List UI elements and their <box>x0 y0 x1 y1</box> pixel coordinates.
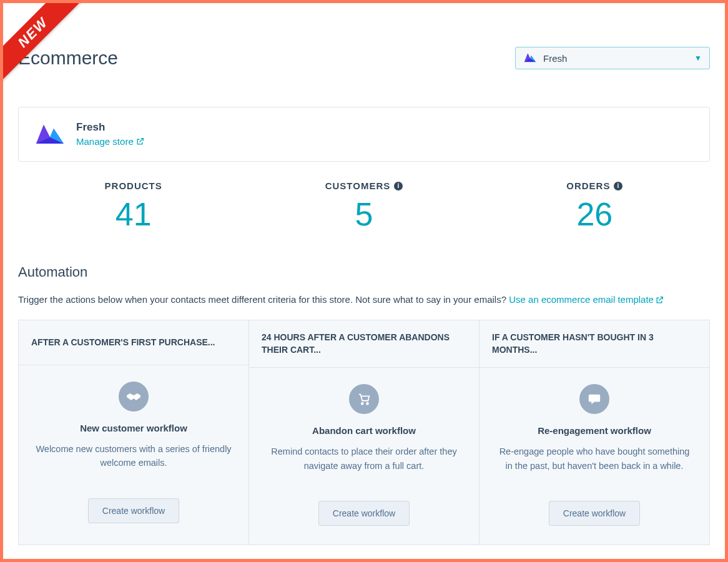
workflow-card-header: IF A CUSTOMER HASN'T BOUGHT IN 3 MONTHS.… <box>480 320 709 368</box>
metric-products-value: 41 <box>18 195 248 233</box>
svg-point-0 <box>362 403 363 405</box>
store-dropdown-label: Fresh <box>543 53 694 64</box>
workflow-name: Abandon cart workflow <box>312 425 416 436</box>
ecommerce-template-link-label: Use an ecommerce email template <box>509 294 654 305</box>
metric-customers: CUSTOMERS i 5 <box>248 180 479 233</box>
automation-subtitle: Trigger the actions below when your cont… <box>18 294 710 305</box>
workflow-cards: AFTER A CUSTOMER'S FIRST PURCHASE... New… <box>18 320 710 545</box>
workflow-card-header: 24 HOURS AFTER A CUSTOMER ABANDONS THEIR… <box>249 320 479 368</box>
external-link-icon <box>136 137 144 145</box>
page-title: Ecommerce <box>18 47 118 69</box>
metric-orders-label: ORDERS <box>566 180 610 191</box>
workflow-name: New customer workflow <box>80 423 187 433</box>
workflow-card-re-engagement: IF A CUSTOMER HASN'T BOUGHT IN 3 MONTHS.… <box>480 320 709 545</box>
metric-customers-value: 5 <box>248 195 479 233</box>
workflow-card-new-customer: AFTER A CUSTOMER'S FIRST PURCHASE... New… <box>19 320 249 545</box>
external-link-icon <box>656 296 664 304</box>
workflow-name: Re-engagement workflow <box>538 425 651 436</box>
svg-point-1 <box>366 403 368 405</box>
create-workflow-button[interactable]: Create workflow <box>549 501 640 526</box>
store-logo-icon <box>35 122 65 146</box>
create-workflow-button[interactable]: Create workflow <box>318 501 410 526</box>
workflow-description: Remind contacts to place their order aft… <box>264 445 464 485</box>
info-icon[interactable]: i <box>614 182 622 190</box>
ecommerce-template-link[interactable]: Use an ecommerce email template <box>509 294 664 305</box>
workflow-description: Welcome new customers with a series of f… <box>34 442 234 482</box>
store-card: Fresh Manage store <box>18 107 710 162</box>
store-logo-icon <box>523 51 537 65</box>
metrics-row: PRODUCTS 41 CUSTOMERS i 5 ORDERS i 26 <box>18 180 710 233</box>
workflow-description: Re-engage people who have bought somethi… <box>494 445 694 485</box>
metric-orders: ORDERS i 26 <box>480 180 710 233</box>
handshake-icon <box>119 382 149 412</box>
workflow-card-abandon-cart: 24 HOURS AFTER A CUSTOMER ABANDONS THEIR… <box>249 320 480 545</box>
manage-store-link[interactable]: Manage store <box>76 136 144 147</box>
info-icon[interactable]: i <box>394 182 403 190</box>
create-workflow-button[interactable]: Create workflow <box>88 498 179 523</box>
cart-icon <box>349 384 379 414</box>
automation-subtitle-text: Trigger the actions below when your cont… <box>18 294 509 305</box>
metric-products: PRODUCTS 41 <box>18 180 248 233</box>
caret-down-icon: ▼ <box>694 54 702 62</box>
metric-orders-value: 26 <box>480 195 710 233</box>
chat-icon <box>579 384 609 414</box>
workflow-card-header: AFTER A CUSTOMER'S FIRST PURCHASE... <box>19 320 248 365</box>
store-name: Fresh <box>76 121 144 134</box>
store-dropdown[interactable]: Fresh ▼ <box>515 47 710 69</box>
metric-customers-label: CUSTOMERS <box>325 180 391 191</box>
manage-store-link-label: Manage store <box>76 136 134 147</box>
automation-title: Automation <box>18 264 710 280</box>
metric-products-label: PRODUCTS <box>105 180 162 191</box>
